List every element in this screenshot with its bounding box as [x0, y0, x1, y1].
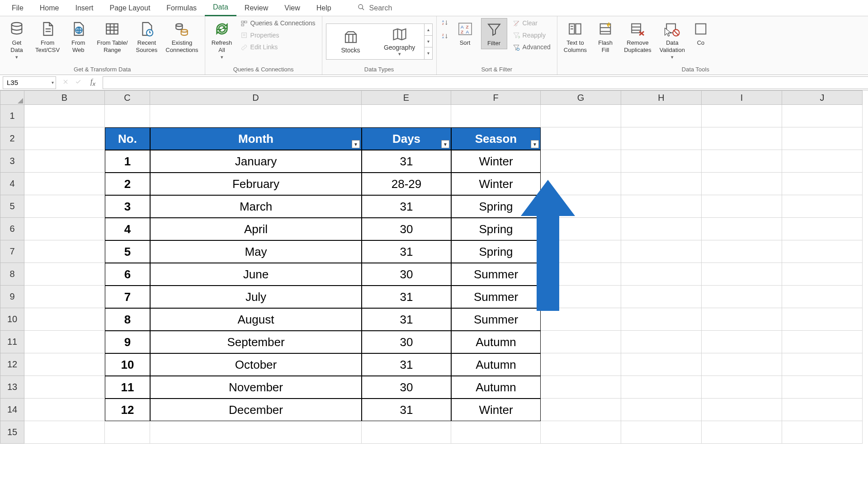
cell[interactable]: February	[150, 173, 362, 195]
cell[interactable]: 2	[105, 173, 150, 195]
col-header-F[interactable]: F	[451, 90, 541, 105]
cell[interactable]: August	[150, 308, 362, 331]
col-header-B[interactable]: B	[24, 90, 105, 105]
cell[interactable]	[702, 127, 782, 150]
cell[interactable]: 1	[105, 150, 150, 173]
tab-page-layout[interactable]: Page Layout	[101, 0, 158, 16]
cell[interactable]: Summer	[451, 308, 541, 331]
cell[interactable]: 30	[362, 218, 451, 240]
cell[interactable]	[541, 331, 621, 353]
cell[interactable]	[24, 331, 105, 353]
cell[interactable]	[782, 173, 863, 195]
row-header-12[interactable]: 12	[0, 353, 24, 376]
cell[interactable]	[782, 286, 863, 308]
cell[interactable]	[702, 376, 782, 399]
row-header-1[interactable]: 1	[0, 105, 24, 127]
chevron-down-icon[interactable]: ▾	[425, 36, 432, 47]
cell[interactable]	[541, 195, 621, 218]
cell[interactable]: Summer	[451, 286, 541, 308]
filter-dropdown[interactable]: ▼	[352, 140, 360, 148]
cell[interactable]	[621, 399, 702, 421]
cell[interactable]	[702, 353, 782, 376]
cell[interactable]: 31	[362, 240, 451, 263]
cell[interactable]	[24, 240, 105, 263]
col-header-J[interactable]: J	[782, 90, 863, 105]
cell[interactable]: September	[150, 331, 362, 353]
cell[interactable]	[24, 421, 105, 444]
cell[interactable]	[541, 308, 621, 331]
cell[interactable]: November	[150, 376, 362, 399]
cell[interactable]	[24, 218, 105, 240]
cell[interactable]: 30	[362, 376, 451, 399]
cell[interactable]	[702, 263, 782, 286]
cancel-icon[interactable]	[62, 79, 69, 87]
cell[interactable]	[541, 376, 621, 399]
cell[interactable]	[782, 240, 863, 263]
chevron-up-icon[interactable]: ▴	[425, 24, 432, 36]
chevron-down-icon[interactable]: ▾	[52, 80, 54, 85]
row-header-2[interactable]: 2	[0, 127, 24, 150]
cell[interactable]	[24, 399, 105, 421]
cell[interactable]: 8	[105, 308, 150, 331]
cell[interactable]	[702, 195, 782, 218]
edit-links-button[interactable]: Edit Links	[238, 42, 318, 53]
cell[interactable]	[782, 399, 863, 421]
cell[interactable]	[621, 421, 702, 444]
clear-filter-button[interactable]: Clear	[510, 18, 553, 29]
row-header-9[interactable]: 9	[0, 286, 24, 308]
cell[interactable]	[782, 331, 863, 353]
cell[interactable]	[541, 286, 621, 308]
cell[interactable]: Spring	[451, 195, 541, 218]
cell[interactable]	[621, 353, 702, 376]
get-data-button[interactable]: Get Data	[4, 18, 30, 62]
cell[interactable]	[24, 195, 105, 218]
cell[interactable]	[105, 421, 150, 444]
row-header-14[interactable]: 14	[0, 399, 24, 421]
row-header-3[interactable]: 3	[0, 150, 24, 173]
cell[interactable]: 30	[362, 331, 451, 353]
col-header-C[interactable]: C	[105, 90, 150, 105]
cell[interactable]	[24, 127, 105, 150]
col-header-H[interactable]: H	[621, 90, 702, 105]
queries-connections-button[interactable]: Queries & Connections	[238, 18, 318, 29]
col-header-G[interactable]: G	[541, 90, 621, 105]
col-header-I[interactable]: I	[702, 90, 782, 105]
cell[interactable]	[24, 286, 105, 308]
row-header-5[interactable]: 5	[0, 195, 24, 218]
tab-insert[interactable]: Insert	[67, 0, 101, 16]
cell[interactable]	[621, 195, 702, 218]
cell[interactable]: Autumn	[451, 376, 541, 399]
cell[interactable]	[782, 218, 863, 240]
consolidate-button[interactable]: Co	[690, 18, 711, 48]
cell[interactable]: 28-29	[362, 173, 451, 195]
cell[interactable]	[541, 173, 621, 195]
cell[interactable]	[702, 286, 782, 308]
cell[interactable]: Winter	[451, 150, 541, 173]
cell[interactable]	[702, 421, 782, 444]
cell[interactable]	[702, 218, 782, 240]
cell[interactable]	[782, 308, 863, 331]
data-types-gallery[interactable]: Stocks Geography ▴▾▾	[326, 23, 433, 60]
reapply-button[interactable]: Reapply	[510, 30, 553, 41]
fx-icon[interactable]: fx	[88, 78, 98, 87]
cell[interactable]	[541, 218, 621, 240]
cell[interactable]	[782, 263, 863, 286]
cell[interactable]: March	[150, 195, 362, 218]
cell[interactable]	[702, 331, 782, 353]
cell[interactable]	[621, 286, 702, 308]
cell[interactable]: Days▼	[362, 127, 451, 150]
cell[interactable]: Autumn	[451, 331, 541, 353]
filter-dropdown[interactable]: ▼	[441, 140, 449, 148]
geography-type[interactable]: Geography	[375, 24, 424, 59]
name-box[interactable]: L35▾	[3, 76, 56, 89]
chevron-expand-icon[interactable]: ▾	[425, 47, 432, 59]
cell[interactable]: December	[150, 399, 362, 421]
cell[interactable]: Autumn	[451, 353, 541, 376]
cell[interactable]	[621, 105, 702, 127]
select-all-corner[interactable]	[0, 90, 24, 105]
tab-formulas[interactable]: Formulas	[158, 0, 205, 16]
cell[interactable]	[541, 399, 621, 421]
cell[interactable]: 31	[362, 195, 451, 218]
cell[interactable]	[702, 308, 782, 331]
cell[interactable]	[24, 173, 105, 195]
